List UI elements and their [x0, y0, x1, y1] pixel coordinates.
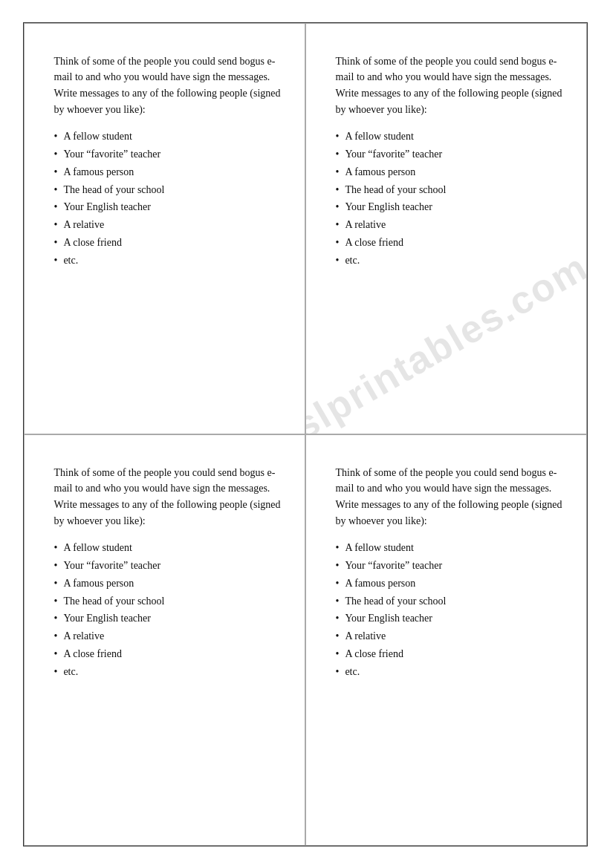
list-item: A close friend — [54, 234, 282, 252]
page: Think of some of the people you could se… — [0, 0, 610, 868]
list-item: The head of your school — [336, 181, 564, 199]
list-item: The head of your school — [336, 593, 564, 610]
card-grid: Think of some of the people you could se… — [23, 22, 588, 846]
card-list-0: A fellow studentYour “favorite” teacherA… — [54, 128, 282, 269]
list-item: etc. — [54, 252, 282, 270]
list-item: A close friend — [336, 234, 564, 252]
list-item: A famous person — [54, 163, 282, 181]
list-item: A fellow student — [54, 539, 282, 557]
list-item: The head of your school — [54, 593, 282, 610]
card-bottom-right: Think of some of the people you could se… — [305, 434, 587, 846]
card-paragraph-3: Think of some of the people you could se… — [336, 465, 564, 529]
list-item: A relative — [336, 216, 564, 234]
list-item: Your “favorite” teacher — [54, 146, 282, 163]
card-paragraph-1: Think of some of the people you could se… — [336, 53, 564, 118]
list-item: A famous person — [336, 163, 564, 181]
list-item: A close friend — [336, 645, 564, 663]
list-item: A fellow student — [336, 128, 564, 146]
list-item: Your “favorite” teacher — [336, 557, 564, 575]
list-item: A relative — [54, 627, 282, 645]
list-item: A relative — [54, 216, 282, 234]
list-item: A close friend — [54, 645, 282, 663]
list-item: Your “favorite” teacher — [54, 557, 282, 575]
list-item: Your English teacher — [336, 198, 564, 216]
list-item: A fellow student — [54, 128, 282, 146]
card-top-left: Think of some of the people you could se… — [24, 23, 305, 434]
card-bottom-left: Think of some of the people you could se… — [24, 434, 305, 846]
list-item: Your English teacher — [54, 610, 282, 627]
card-list-2: A fellow studentYour “favorite” teacherA… — [54, 539, 282, 680]
list-item: The head of your school — [54, 181, 282, 199]
card-list-1: A fellow studentYour “favorite” teacherA… — [336, 128, 564, 269]
card-top-right: Think of some of the people you could se… — [305, 23, 587, 434]
card-list-3: A fellow studentYour “favorite” teacherA… — [336, 539, 564, 680]
list-item: A famous person — [54, 575, 282, 593]
list-item: etc. — [54, 663, 282, 681]
card-paragraph-2: Think of some of the people you could se… — [54, 465, 282, 529]
list-item: Your “favorite” teacher — [336, 146, 564, 163]
list-item: A relative — [336, 627, 564, 645]
list-item: Your English teacher — [54, 198, 282, 216]
list-item: Your English teacher — [336, 610, 564, 627]
card-paragraph-0: Think of some of the people you could se… — [54, 53, 282, 118]
watermark: eslprintables.com — [305, 244, 587, 434]
list-item: etc. — [336, 663, 564, 681]
list-item: etc. — [336, 252, 564, 270]
list-item: A fellow student — [336, 539, 564, 557]
list-item: A famous person — [336, 575, 564, 593]
